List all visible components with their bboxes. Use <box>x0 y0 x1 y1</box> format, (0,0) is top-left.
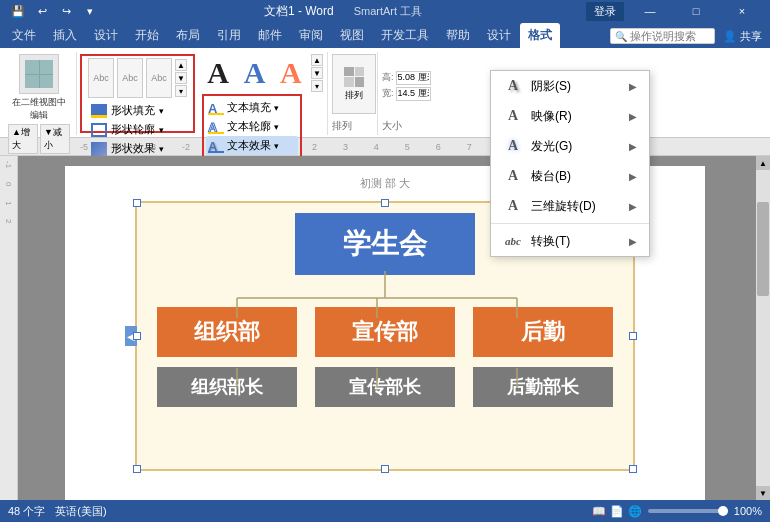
tab-file[interactable]: 文件 <box>4 23 44 48</box>
view-btn-web[interactable]: 🌐 <box>628 505 642 518</box>
person-icon: 👤 <box>723 30 737 43</box>
transform-label: 转换(T) <box>531 233 621 250</box>
search-icon: 🔍 <box>615 31 627 42</box>
zoom-slider[interactable] <box>648 509 728 513</box>
2d-view-btn[interactable] <box>19 54 59 94</box>
tab-smartart-design[interactable]: 设计 <box>479 23 519 48</box>
save-quick-btn[interactable]: 💾 <box>8 1 28 21</box>
tab-references[interactable]: 引用 <box>209 23 249 48</box>
shape-style-group: Abc Abc Abc ▲ ▼ ▾ 形状填充 ▾ <box>80 54 195 133</box>
decrease-btn[interactable]: ▼减小 <box>40 124 70 154</box>
dropdown-3d-rotate[interactable]: A 三维旋转(D) ▶ <box>491 191 649 221</box>
dept-publicity[interactable]: 宣传部 <box>315 307 455 357</box>
tab-design[interactable]: 设计 <box>86 23 126 48</box>
text-outline-btn[interactable]: A 文本轮廓 ▾ <box>206 117 298 136</box>
tab-home[interactable]: 开始 <box>127 23 167 48</box>
view-btn-print[interactable]: 📄 <box>610 505 624 518</box>
shape-style-preview3[interactable]: Abc <box>146 58 172 98</box>
scroll-track[interactable] <box>756 170 770 486</box>
tab-format[interactable]: 格式 <box>520 23 560 48</box>
word-count: 48 个字 <box>8 504 45 519</box>
customize-btn[interactable]: ▾ <box>80 1 100 21</box>
handle-br[interactable] <box>629 465 637 473</box>
art-letter-gradient[interactable]: A <box>275 55 307 91</box>
dropdown-bevel[interactable]: A 棱台(B) ▶ <box>491 161 649 191</box>
language: 英语(美国) <box>55 504 106 519</box>
dropdown-glow[interactable]: A 发光(G) ▶ <box>491 131 649 161</box>
tab-view[interactable]: 视图 <box>332 23 372 48</box>
scroll-down-btn[interactable]: ▼ <box>175 72 187 84</box>
search-input[interactable] <box>630 30 710 42</box>
dropdown-transform[interactable]: abc 转换(T) ▶ <box>491 226 649 256</box>
share-button[interactable]: 👤 共享 <box>723 29 762 44</box>
tab-developer[interactable]: 开发工具 <box>373 23 437 48</box>
3d-rotate-label: 三维旋转(D) <box>531 198 621 215</box>
vertical-ruler: -1 0 1 2 <box>0 156 18 500</box>
scroll-down-arrow[interactable]: ▼ <box>756 486 770 500</box>
pos-pub-head[interactable]: 宣传部长 <box>315 367 455 407</box>
doc-area: -1 0 1 2 初测 部 大 ◀ <box>0 156 770 500</box>
handle-mr[interactable] <box>629 332 637 340</box>
art-letter-styled[interactable]: A <box>238 55 270 91</box>
handle-bl[interactable] <box>133 465 141 473</box>
effect-icon <box>91 142 107 156</box>
scroll-up-arrow[interactable]: ▲ <box>756 156 770 170</box>
fill-icon <box>91 104 107 118</box>
handle-tc[interactable] <box>381 199 389 207</box>
shadow-label: 阴影(S) <box>531 78 621 95</box>
minimize-button[interactable]: — <box>630 0 670 22</box>
glow-arrow: ▶ <box>629 141 637 152</box>
smartart-tools-label: SmartArt 工具 <box>354 4 422 19</box>
smartart-title[interactable]: 学生会 <box>295 213 475 275</box>
pos-org-head[interactable]: 组织部长 <box>157 367 297 407</box>
pos-log-head[interactable]: 后勤部长 <box>473 367 613 407</box>
zoom-thumb[interactable] <box>718 506 728 516</box>
text-fill-btn[interactable]: A 文本填充 ▾ <box>206 98 298 117</box>
art-more[interactable]: ▾ <box>311 80 323 92</box>
tab-insert[interactable]: 插入 <box>45 23 85 48</box>
art-scroll-down[interactable]: ▼ <box>311 67 323 79</box>
login-button[interactable]: 登录 <box>586 2 624 21</box>
scroll-thumb[interactable] <box>757 202 769 297</box>
increase-btn[interactable]: ▲增大 <box>8 124 38 154</box>
scrollbar-vertical[interactable]: ▲ ▼ <box>756 156 770 500</box>
handle-tl[interactable] <box>133 199 141 207</box>
sort-btn[interactable]: 排列 <box>332 54 376 114</box>
tab-mailings[interactable]: 邮件 <box>250 23 290 48</box>
shape-fill-btn[interactable]: 形状填充 ▾ <box>88 101 187 120</box>
width-input[interactable] <box>396 87 431 101</box>
height-input[interactable] <box>396 71 431 85</box>
dept-logistics[interactable]: 后勤 <box>473 307 613 357</box>
more-btn[interactable]: ▾ <box>175 85 187 97</box>
search-box[interactable]: 🔍 <box>610 28 715 44</box>
glow-label: 发光(G) <box>531 138 621 155</box>
handle-bc[interactable] <box>381 465 389 473</box>
reflection-label: 映像(R) <box>531 108 621 125</box>
transform-icon: abc <box>503 231 523 251</box>
art-letter-plain[interactable]: A <box>202 55 234 91</box>
art-scroll-up[interactable]: ▲ <box>311 54 323 66</box>
text-effect-btn[interactable]: A 文本效果 ▾ <box>206 136 298 155</box>
size-group: 高: 宽: 大小 <box>378 52 428 135</box>
view-btn-read[interactable]: 📖 <box>592 505 606 518</box>
dropdown-shadow[interactable]: A 阴影(S) ▶ <box>491 71 649 101</box>
dept-organization[interactable]: 组织部 <box>157 307 297 357</box>
close-button[interactable]: × <box>722 0 762 22</box>
handle-ml[interactable] <box>133 332 141 340</box>
tab-help[interactable]: 帮助 <box>438 23 478 48</box>
status-bar: 48 个字 英语(美国) 📖 📄 🌐 100% <box>0 500 770 522</box>
shape-style-preview[interactable]: Abc <box>88 58 114 98</box>
undo-btn[interactable]: ↩ <box>32 1 52 21</box>
zoom-level: 100% <box>734 505 762 517</box>
redo-btn[interactable]: ↪ <box>56 1 76 21</box>
dropdown-reflection[interactable]: A 映像(R) ▶ <box>491 101 649 131</box>
tab-layout[interactable]: 布局 <box>168 23 208 48</box>
tab-review[interactable]: 审阅 <box>291 23 331 48</box>
scroll-up-btn[interactable]: ▲ <box>175 59 187 71</box>
shape-outline-btn[interactable]: 形状轮廓 ▾ <box>88 120 187 139</box>
status-right: 📖 📄 🌐 100% <box>592 505 762 518</box>
reflection-arrow: ▶ <box>629 111 637 122</box>
shadow-arrow: ▶ <box>629 81 637 92</box>
maximize-button[interactable]: □ <box>676 0 716 22</box>
shape-style-preview2[interactable]: Abc <box>117 58 143 98</box>
